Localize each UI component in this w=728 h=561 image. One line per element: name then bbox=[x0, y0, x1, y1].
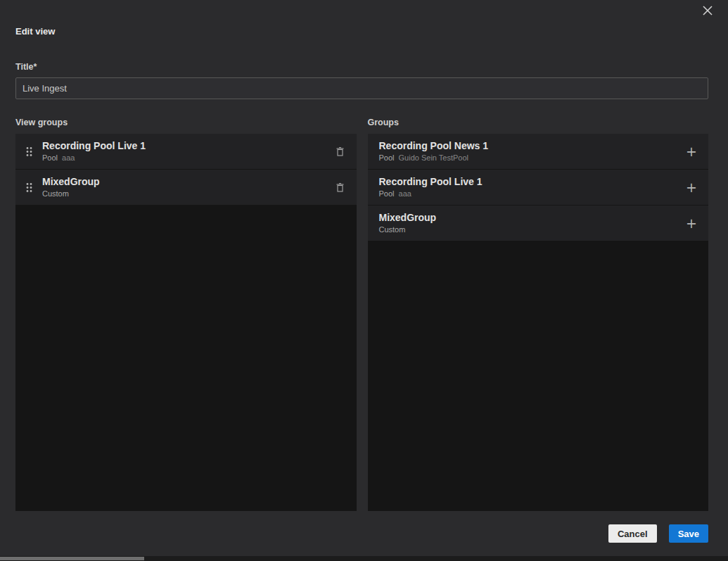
save-button[interactable]: Save bbox=[669, 524, 708, 543]
view-groups-column: View groups Recording Pool Live 1 Poolaa bbox=[15, 118, 357, 511]
add-icon[interactable]: + bbox=[684, 216, 698, 230]
group-subtitle: Poolaaa bbox=[379, 190, 685, 198]
group-row[interactable]: MixedGroup Custom + bbox=[368, 206, 709, 241]
row-text: Recording Pool Live 1 Poolaaa bbox=[42, 141, 334, 161]
dual-list: View groups Recording Pool Live 1 Poolaa bbox=[15, 118, 708, 511]
group-subtitle: Poolaaa bbox=[42, 154, 334, 162]
group-title: Recording Pool News 1 bbox=[379, 141, 685, 151]
cancel-button[interactable]: Cancel bbox=[608, 524, 657, 543]
add-icon[interactable]: + bbox=[684, 144, 698, 158]
group-subtitle: Custom bbox=[42, 190, 334, 198]
groups-label: Groups bbox=[368, 118, 709, 127]
view-groups-panel: Recording Pool Live 1 Poolaaa bbox=[15, 134, 357, 511]
title-input[interactable] bbox=[15, 77, 708, 99]
row-text: Recording Pool Live 1 Poolaaa bbox=[379, 177, 685, 197]
groups-column: Groups Recording Pool News 1 PoolGuido S… bbox=[368, 118, 709, 511]
group-title: MixedGroup bbox=[379, 213, 685, 223]
row-text: Recording Pool News 1 PoolGuido Sein Tes… bbox=[379, 141, 685, 161]
group-title: Recording Pool Live 1 bbox=[379, 177, 685, 187]
group-title: Recording Pool Live 1 bbox=[42, 141, 334, 151]
title-label: Title* bbox=[15, 62, 708, 72]
group-title: MixedGroup bbox=[42, 177, 334, 187]
group-subtitle: PoolGuido Sein TestPool bbox=[379, 154, 685, 162]
remove-icon[interactable] bbox=[334, 181, 347, 194]
horizontal-scrollbar[interactable] bbox=[0, 557, 144, 560]
dialog-title: Edit view bbox=[15, 0, 708, 37]
remove-icon[interactable] bbox=[334, 145, 347, 158]
row-text: MixedGroup Custom bbox=[42, 177, 334, 197]
page-bottom-strip bbox=[0, 556, 728, 561]
dialog-footer: Cancel Save bbox=[15, 524, 708, 543]
view-group-row: Recording Pool Live 1 Poolaaa bbox=[15, 134, 357, 170]
group-subtitle: Custom bbox=[379, 226, 685, 234]
row-text: MixedGroup Custom bbox=[379, 213, 685, 233]
group-row[interactable]: Recording Pool Live 1 Poolaaa + bbox=[368, 170, 709, 206]
add-icon[interactable]: + bbox=[684, 180, 698, 194]
group-row[interactable]: Recording Pool News 1 PoolGuido Sein Tes… bbox=[368, 134, 709, 170]
view-groups-label: View groups bbox=[15, 118, 357, 127]
drag-handle-icon[interactable] bbox=[26, 182, 33, 193]
edit-view-dialog: Edit view Title* View groups Recording P bbox=[0, 0, 728, 556]
close-icon[interactable] bbox=[701, 4, 714, 17]
view-group-row: MixedGroup Custom bbox=[15, 170, 357, 206]
groups-panel: Recording Pool News 1 PoolGuido Sein Tes… bbox=[368, 134, 709, 511]
drag-handle-icon[interactable] bbox=[26, 146, 33, 157]
